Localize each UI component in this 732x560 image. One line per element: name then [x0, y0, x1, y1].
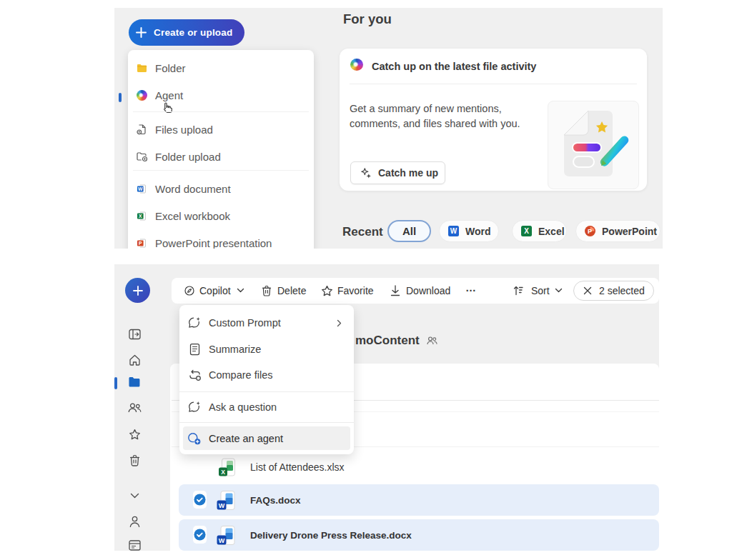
svg-text:P: P [139, 241, 142, 246]
svg-text:X: X [139, 214, 142, 219]
svg-text:W: W [219, 502, 225, 509]
svg-text:X: X [221, 469, 225, 476]
svg-text:W: W [450, 227, 458, 235]
svg-text:P: P [588, 228, 592, 235]
svg-text:W: W [219, 537, 225, 544]
svg-text:X: X [524, 227, 529, 235]
svg-text:W: W [138, 186, 143, 191]
